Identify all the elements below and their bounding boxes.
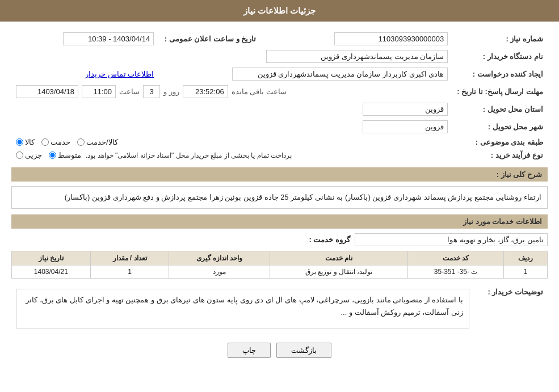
col-header-unit: واحد اندازه گیری — [169, 251, 270, 265]
province-label: استان محل تحویل : — [452, 100, 548, 118]
col-header-code: کد خدمت — [408, 251, 503, 265]
remain-label: ساعت باقی مانده — [232, 87, 287, 96]
category-option-3[interactable]: کالا/خدمت — [77, 138, 118, 146]
days-value: 3 — [143, 85, 160, 98]
category-option-2[interactable]: خدمت — [41, 138, 70, 146]
col-header-date: تاریخ نیاز — [12, 251, 91, 265]
buyer-notes-text: با استفاده از منصوباتی مانند بازویی، سرچ… — [16, 289, 469, 328]
description-section-header: شرح کلی نیاز : — [11, 167, 548, 182]
page-title: جزئیات اطلاعات نیاز — [243, 6, 316, 15]
remain-time: 23:52:06 — [183, 85, 228, 98]
button-row: بازگشت چاپ — [11, 343, 548, 358]
services-section-header: اطلاعات خدمات مورد نیاز — [11, 214, 548, 229]
purchase-type-label: نوع فرآیند خرید : — [452, 149, 548, 162]
purchase-notice: پرداخت تمام یا بخشی از مبلغ خریدار محل "… — [86, 151, 292, 159]
response-deadline-label: مهلت ارسال پاسخ: تا تاریخ : — [452, 83, 548, 100]
buyer-org-value: سازمان مدیریت پسماندشهرداری قزوین — [266, 50, 448, 63]
request-number-label: شماره نیاز : — [452, 30, 548, 48]
service-table: ردیف کد خدمت نام خدمت واحد اندازه گیری ت… — [11, 251, 548, 279]
cell-date: 1403/04/21 — [12, 265, 91, 279]
col-header-qty: تعداد / مقدار — [90, 251, 169, 265]
page-header: جزئیات اطلاعات نیاز — [0, 0, 559, 22]
time-label: ساعت — [119, 87, 140, 96]
col-header-name: نام خدمت — [270, 251, 408, 265]
cell-name: تولید، انتقال و توزیع برق — [270, 265, 408, 279]
deadline-date: 1403/04/18 — [16, 85, 78, 98]
province-value: قزوین — [363, 103, 448, 116]
table-row: 1 ت -35- 351-35 تولید، انتقال و توزیع بر… — [12, 265, 548, 279]
category-label: طبقه بندی موضوعی : — [452, 136, 548, 149]
contact-info-link[interactable]: اطلاعات تماس خریدار — [85, 70, 154, 78]
city-value: قزوین — [363, 120, 448, 133]
city-label: شهر محل تحویل : — [452, 118, 548, 136]
cell-qty: 1 — [90, 265, 169, 279]
cell-code: ت -35- 351-35 — [408, 265, 503, 279]
announcement-date-value: 1403/04/14 - 10:39 — [63, 32, 154, 45]
requester-label: ایجاد کننده درخواست : — [452, 65, 548, 83]
buyer-notes-label: توضیحات خریدار : — [474, 283, 548, 334]
print-button[interactable]: چاپ — [228, 343, 271, 358]
description-text: ارتقاء روشنایی مجتمع پردازش پسماند شهردا… — [11, 186, 548, 209]
requester-value: هادی اکبری کاربردار سازمان مدیریت پسماند… — [232, 68, 448, 81]
deadline-time: 11:00 — [82, 85, 116, 98]
cell-row: 1 — [503, 265, 547, 279]
back-button[interactable]: بازگشت — [276, 343, 331, 358]
purchase-type-small[interactable]: جزیی — [16, 151, 42, 159]
service-group-label: گروه خدمت : — [309, 235, 350, 244]
buyer-org-label: نام دستگاه خریدار : — [452, 48, 548, 65]
cell-unit: مورد — [169, 265, 270, 279]
purchase-type-medium[interactable]: متوسط — [49, 151, 81, 159]
col-header-row: ردیف — [503, 251, 547, 265]
days-label: روز و — [163, 87, 179, 96]
service-group-value: تامین برق، گاز، بخار و تهویه هوا — [355, 233, 548, 246]
category-option-1[interactable]: کالا — [16, 138, 35, 146]
request-number-value: 1103093930000003 — [334, 32, 448, 45]
announcement-date-label: تاریخ و ساعت اعلان عمومی : — [158, 30, 260, 48]
